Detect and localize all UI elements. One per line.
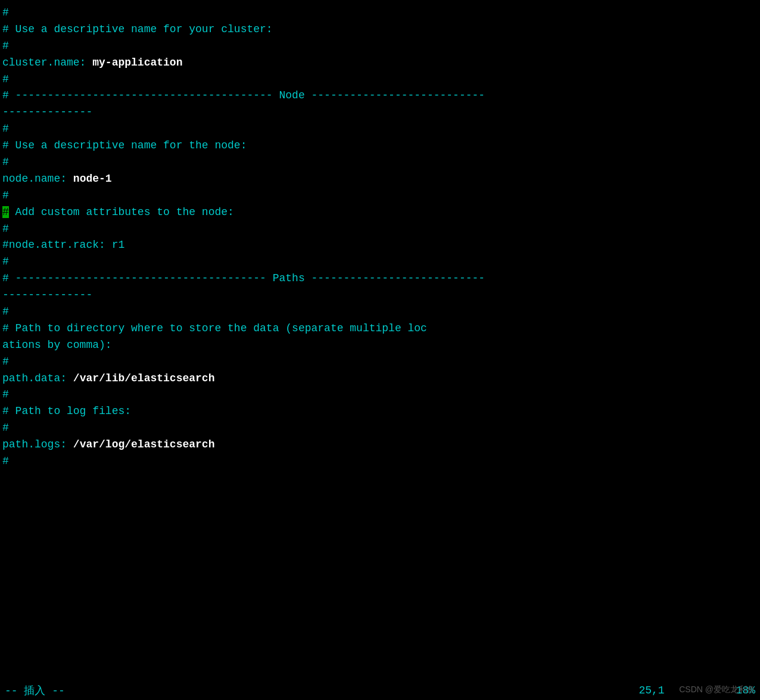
config-key: path.data:	[2, 372, 67, 384]
code-line: --------------	[2, 287, 758, 304]
cursor-position: 25,1	[638, 685, 664, 696]
config-value: /var/log/elasticsearch	[67, 438, 214, 450]
config-key: node.name:	[2, 173, 67, 185]
editor-container: ## Use a descriptive name for your clust…	[0, 0, 760, 700]
code-line: node.name: node-1	[2, 171, 758, 188]
config-key: cluster.name:	[2, 57, 86, 69]
code-line: path.logs: /var/log/elasticsearch	[2, 437, 758, 453]
code-line: #	[2, 188, 758, 204]
watermark: CSDN @爱吃龙利鱼	[679, 685, 755, 695]
code-line: #	[2, 221, 758, 238]
code-line: --------------	[2, 104, 758, 121]
code-line: #	[2, 38, 758, 55]
code-line: #	[2, 420, 758, 437]
code-line: # --------------------------------------…	[2, 270, 758, 287]
config-value: /var/lib/elasticsearch	[67, 372, 214, 384]
comment-text: Add custom attributes to the node:	[9, 206, 234, 218]
code-line: #	[2, 354, 758, 371]
code-line: #	[2, 5, 758, 21]
code-area[interactable]: ## Use a descriptive name for your clust…	[0, 0, 760, 681]
code-line: #node.attr.rack: r1	[2, 237, 758, 254]
config-key: path.logs:	[2, 438, 67, 450]
code-line: # Use a descriptive name for the node:	[2, 138, 758, 154]
code-line: #	[2, 453, 758, 470]
code-line: #	[2, 387, 758, 403]
code-line: # --------------------------------------…	[2, 88, 758, 104]
code-line: #	[2, 154, 758, 171]
code-line: #	[2, 304, 758, 321]
code-line: cluster.name: my-application	[2, 55, 758, 71]
code-line: path.data: /var/lib/elasticsearch	[2, 371, 758, 387]
highlighted-hash: #	[2, 206, 9, 218]
code-line: #	[2, 254, 758, 270]
code-line: # Path to directory where to store the d…	[2, 321, 758, 337]
config-value: node-1	[67, 173, 112, 185]
code-line: ations by comma):	[2, 337, 758, 354]
code-line: # Use a descriptive name for your cluste…	[2, 21, 758, 38]
status-bar: -- 插入 -- 25,1 18%	[0, 681, 760, 700]
code-line: #	[2, 121, 758, 138]
mode-indicator: -- 插入 --	[5, 683, 65, 698]
code-line: # Add custom attributes to the node:	[2, 204, 758, 221]
config-value: my-application	[86, 57, 182, 69]
code-line: # Path to log files:	[2, 403, 758, 420]
code-line: #	[2, 71, 758, 88]
